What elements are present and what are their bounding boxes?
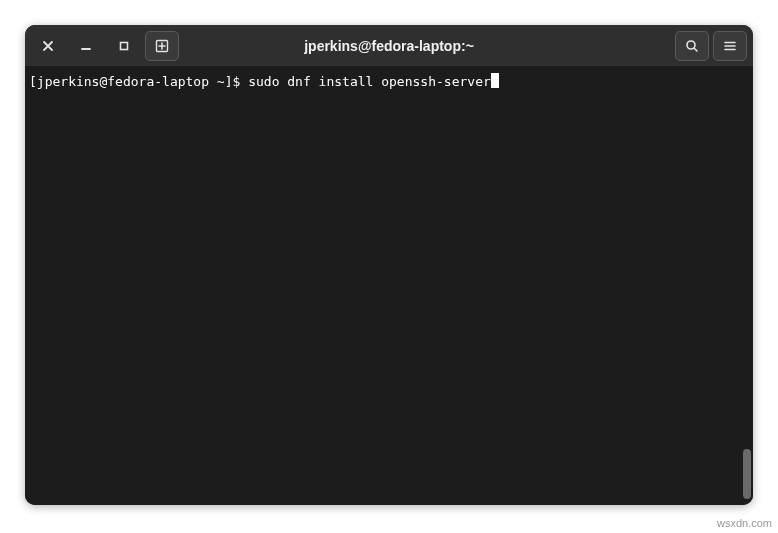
terminal-window: jperkins@fedora-laptop:~ [jperkins@fedor… <box>25 25 753 505</box>
cursor <box>491 73 499 88</box>
svg-rect-0 <box>121 42 128 49</box>
minimize-button[interactable] <box>69 31 103 61</box>
hamburger-icon <box>723 39 737 53</box>
maximize-icon <box>118 40 130 52</box>
prompt-text: [jperkins@fedora-laptop ~]$ <box>29 74 248 89</box>
watermark: wsxdn.com <box>717 517 772 529</box>
close-button[interactable] <box>31 31 65 61</box>
minimize-icon <box>80 40 92 52</box>
maximize-button[interactable] <box>107 31 141 61</box>
scrollbar-thumb[interactable] <box>743 449 751 499</box>
new-tab-icon <box>155 39 169 53</box>
menu-button[interactable] <box>713 31 747 61</box>
terminal-body[interactable]: [jperkins@fedora-laptop ~]$ sudo dnf ins… <box>25 67 753 505</box>
scrollbar-track[interactable] <box>741 67 753 505</box>
new-tab-button[interactable] <box>145 31 179 61</box>
search-button[interactable] <box>675 31 709 61</box>
close-icon <box>42 40 54 52</box>
titlebar: jperkins@fedora-laptop:~ <box>25 25 753 67</box>
terminal-line: [jperkins@fedora-laptop ~]$ sudo dnf ins… <box>29 73 749 91</box>
command-text: sudo dnf install openssh-server <box>248 74 491 89</box>
window-title: jperkins@fedora-laptop:~ <box>304 38 474 54</box>
search-icon <box>685 39 699 53</box>
